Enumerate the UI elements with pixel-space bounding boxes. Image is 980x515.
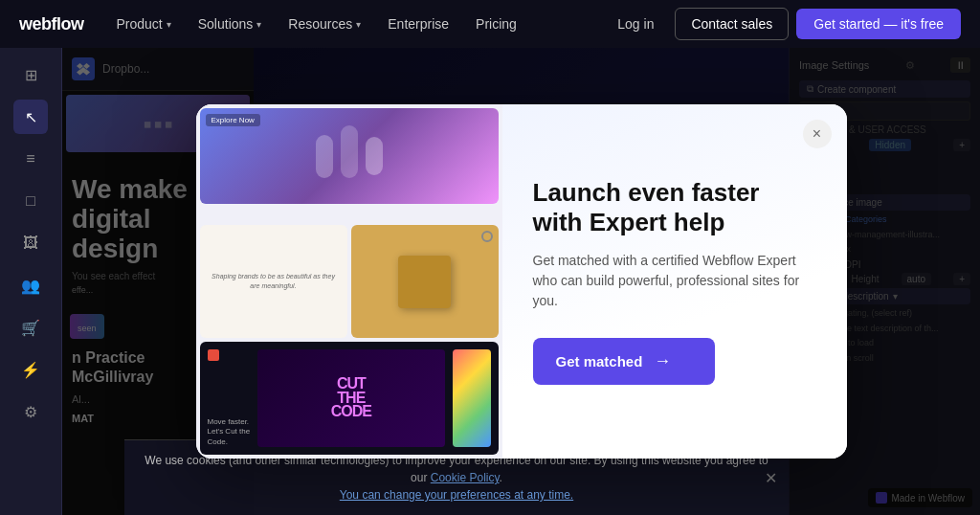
image-tile-4: Move faster.Let's Cut theCode. CUTTHECOD… — [200, 342, 499, 455]
panel-icon-lightning[interactable]: ⚡ — [13, 352, 48, 387]
login-button[interactable]: Log in — [604, 11, 667, 37]
panel-icon-box[interactable]: □ — [13, 184, 48, 218]
image-tile-3 — [351, 225, 499, 338]
expert-help-modal: Explore Now Shaping brands to be as beau… — [196, 104, 847, 459]
modal-description: Get matched with a certified Webflow Exp… — [533, 251, 816, 311]
chevron-down-icon: ▾ — [167, 19, 171, 30]
panel-icon-settings[interactable]: ⚙ — [13, 394, 48, 429]
panel-icon-users[interactable]: 👥 — [13, 268, 48, 302]
nav-item-resources[interactable]: Resources ▾ — [278, 11, 370, 37]
panel-icon-grid[interactable]: ⊞ — [13, 57, 48, 92]
panel-icon-image[interactable]: 🖼 — [13, 226, 48, 260]
modal-image-collage: Explore Now Shaping brands to be as beau… — [196, 104, 502, 459]
get-matched-button[interactable]: Get matched → — [533, 338, 715, 385]
image-tile-1: Explore Now — [200, 108, 499, 204]
nav-item-pricing[interactable]: Pricing — [466, 11, 526, 37]
chevron-down-icon: ▾ — [256, 19, 261, 30]
modal-content-area: × Launch even faster with Expert help Ge… — [502, 104, 847, 459]
modal-close-button[interactable]: × — [803, 120, 832, 148]
chevron-down-icon: ▾ — [356, 19, 361, 30]
editor-background: ⊞ ↖ ≡ □ 🖼 👥 🛒 ⚡ ⚙ — [0, 48, 980, 515]
contact-sales-button[interactable]: Contact sales — [675, 8, 789, 40]
modal-title: Launch even faster with Expert help — [533, 178, 816, 237]
arrow-right-icon: → — [654, 351, 671, 371]
cookie-preferences-link[interactable]: You can change your preferences at any t… — [340, 488, 573, 502]
editor-left-panel: ⊞ ↖ ≡ □ 🖼 👥 🛒 ⚡ ⚙ — [0, 48, 62, 515]
nav-item-solutions[interactable]: Solutions ▾ — [189, 11, 272, 37]
cookie-policy-link[interactable]: Cookie Policy — [431, 471, 500, 484]
cookie-close-button[interactable]: ✕ — [765, 469, 777, 487]
panel-icon-cart[interactable]: 🛒 — [13, 310, 48, 345]
panel-icon-cursor[interactable]: ↖ — [13, 100, 48, 134]
get-started-button[interactable]: Get started — it's free — [796, 9, 961, 39]
navbar: webflow Product ▾ Solutions ▾ Resources … — [0, 0, 980, 48]
webflow-logo[interactable]: webflow — [19, 14, 84, 34]
editor-canvas: Dropbo... ◼ ◼ ◼ We make digital design Y… — [62, 48, 980, 515]
nav-item-enterprise[interactable]: Enterprise — [378, 11, 458, 37]
tile-text: Shaping brands to be as beautiful as the… — [208, 272, 340, 292]
panel-icon-layers[interactable]: ≡ — [13, 142, 48, 176]
cookie-text: We use cookies (and other similar techno… — [144, 452, 769, 504]
nav-item-product[interactable]: Product ▾ — [107, 11, 181, 37]
image-tile-2: Shaping brands to be as beautiful as the… — [200, 225, 347, 338]
